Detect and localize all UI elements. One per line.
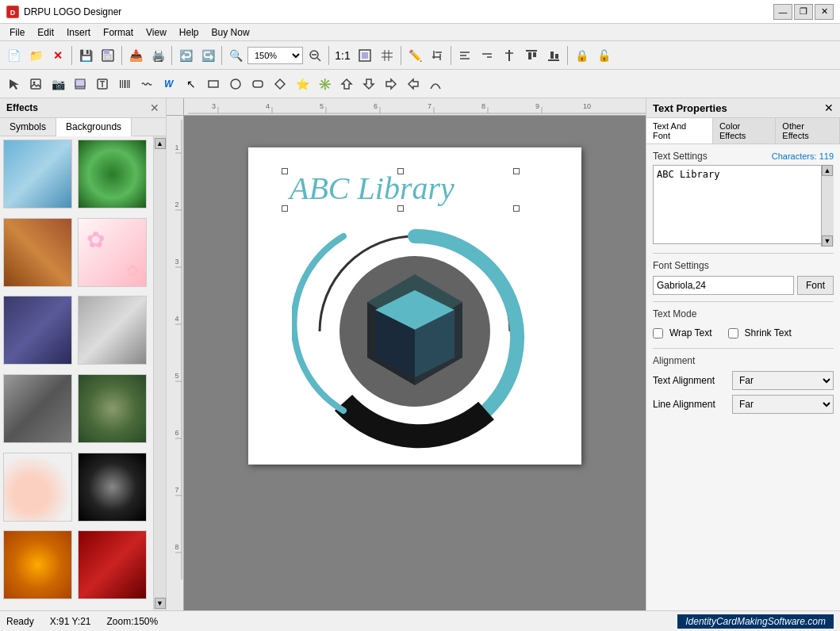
font-input[interactable] (653, 276, 794, 295)
zoom-out-button[interactable] (305, 45, 325, 66)
arrow-left-tool[interactable] (403, 74, 424, 94)
handle-br[interactable] (513, 205, 520, 212)
center-button[interactable] (499, 45, 520, 66)
open-button[interactable]: 📁 (25, 45, 46, 66)
logo-graphic (292, 215, 538, 449)
select-tool[interactable] (3, 74, 24, 94)
text-scroll-up[interactable]: ▲ (822, 165, 833, 176)
save-as-button[interactable] (98, 45, 118, 66)
tab-text-and-font[interactable]: Text And Font (646, 118, 713, 143)
background-thumb-12[interactable] (78, 530, 147, 599)
menu-format[interactable]: Format (97, 25, 140, 40)
barcode-tool[interactable] (114, 74, 135, 94)
background-thumb-8[interactable] (78, 374, 147, 443)
arrow-up-tool[interactable] (336, 74, 357, 94)
wrap-text-checkbox[interactable] (653, 328, 663, 338)
background-thumb-11[interactable] (3, 530, 72, 599)
line-alignment-select[interactable]: Far Near Center (732, 395, 834, 414)
pencil-button[interactable]: ✏️ (405, 45, 425, 66)
background-thumb-10[interactable] (78, 453, 147, 522)
status-coords: X:91 Y:21 (50, 616, 91, 627)
scroll-up-arrow[interactable]: ▲ (155, 138, 166, 149)
svg-marker-48 (275, 79, 285, 89)
right-panel-close[interactable]: ✕ (824, 101, 834, 114)
star-tool[interactable]: ⭐ (292, 74, 313, 94)
circle-tool[interactable] (225, 74, 246, 94)
layers-tool[interactable] (70, 74, 90, 94)
background-thumb-7[interactable] (3, 374, 72, 443)
grid-button[interactable] (377, 45, 397, 66)
print-button[interactable]: 🖨️ (148, 45, 168, 66)
new-button[interactable]: 📄 (3, 45, 24, 66)
menu-insert[interactable]: Insert (60, 25, 97, 40)
align-left-button[interactable] (455, 45, 475, 66)
actual-size-button[interactable]: 1:1 (332, 45, 353, 66)
menu-help[interactable]: Help (173, 25, 205, 40)
unlock-button[interactable]: 🔓 (593, 45, 614, 66)
redo-button[interactable]: ↪️ (198, 45, 218, 66)
burst-tool[interactable]: ✳️ (314, 74, 335, 94)
tab-other-effects[interactable]: Other Effects (776, 118, 840, 143)
rectangle-tool[interactable] (203, 74, 224, 94)
arrow-down-tool[interactable] (359, 74, 379, 94)
word-art-tool[interactable]: W (159, 74, 179, 94)
text-scroll-down[interactable]: ▼ (822, 235, 833, 247)
fit-page-button[interactable] (355, 45, 375, 66)
svg-text:3: 3 (212, 102, 216, 110)
text-alignment-select[interactable]: Far Near Center (732, 371, 834, 390)
text-input[interactable]: ABC Library (653, 165, 834, 244)
menu-file[interactable]: File (3, 25, 31, 40)
background-thumb-2[interactable] (78, 140, 147, 208)
lock-button[interactable]: 🔒 (571, 45, 592, 66)
handle-tr[interactable] (513, 168, 520, 174)
tab-backgrounds[interactable]: Backgrounds (56, 118, 132, 136)
zoom-in-button[interactable]: 🔍 (225, 45, 246, 66)
minimize-button[interactable]: — (773, 4, 792, 20)
shrink-text-checkbox[interactable] (728, 328, 738, 338)
svg-text:4: 4 (175, 315, 178, 323)
background-thumb-3[interactable] (3, 218, 72, 287)
crop-button[interactable] (427, 45, 447, 66)
cursor-tool[interactable]: ↖ (181, 74, 201, 94)
diamond-tool[interactable] (270, 74, 290, 94)
image-tool[interactable] (25, 74, 46, 94)
tab-symbols[interactable]: Symbols (0, 118, 56, 136)
svg-marker-52 (408, 79, 418, 89)
svg-text:T: T (100, 80, 105, 89)
import-button[interactable]: 📥 (125, 45, 146, 66)
svg-text:2: 2 (175, 201, 178, 208)
arc-tool[interactable] (425, 74, 446, 94)
handle-tl[interactable] (282, 168, 288, 174)
design-canvas[interactable]: ABC Library (248, 147, 581, 465)
scroll-down-arrow[interactable]: ▼ (155, 598, 166, 609)
text-tool[interactable]: T (92, 74, 113, 94)
close-doc-button[interactable]: ✕ (48, 45, 68, 66)
menu-buy-now[interactable]: Buy Now (205, 25, 256, 40)
wavy-text-tool[interactable] (136, 74, 157, 94)
arrow-right-tool[interactable] (381, 74, 401, 94)
menu-view[interactable]: View (140, 25, 173, 40)
save-button[interactable]: 💾 (75, 45, 96, 66)
divider-2 (653, 301, 834, 302)
camera-tool[interactable]: 📷 (48, 74, 68, 94)
tab-color-effects[interactable]: Color Effects (713, 118, 776, 143)
font-button[interactable]: Font (797, 276, 834, 295)
bottom-align-button[interactable] (543, 45, 564, 66)
background-thumb-4[interactable]: ✿ ✿ (78, 218, 147, 287)
menu-edit[interactable]: Edit (31, 25, 60, 40)
text-alignment-label: Text Alignment (653, 375, 732, 386)
restore-button[interactable]: ❐ (794, 4, 813, 20)
align-right-button[interactable] (477, 45, 497, 66)
background-thumb-1[interactable] (3, 140, 72, 208)
background-thumb-9[interactable] (3, 453, 72, 522)
undo-button[interactable]: ↩️ (175, 45, 196, 66)
handle-bl[interactable] (282, 205, 288, 212)
status-brand: IdentityCardMakingSoftware.com (677, 614, 834, 629)
background-thumb-5[interactable] (3, 296, 72, 365)
top-align-button[interactable] (521, 45, 542, 66)
effects-panel-close[interactable]: ✕ (150, 101, 159, 114)
rounded-rect-tool[interactable] (247, 74, 268, 94)
zoom-select[interactable]: 150% 100% 75% 200% (247, 47, 303, 64)
close-button[interactable]: ✕ (815, 4, 834, 20)
background-thumb-6[interactable] (78, 296, 147, 365)
